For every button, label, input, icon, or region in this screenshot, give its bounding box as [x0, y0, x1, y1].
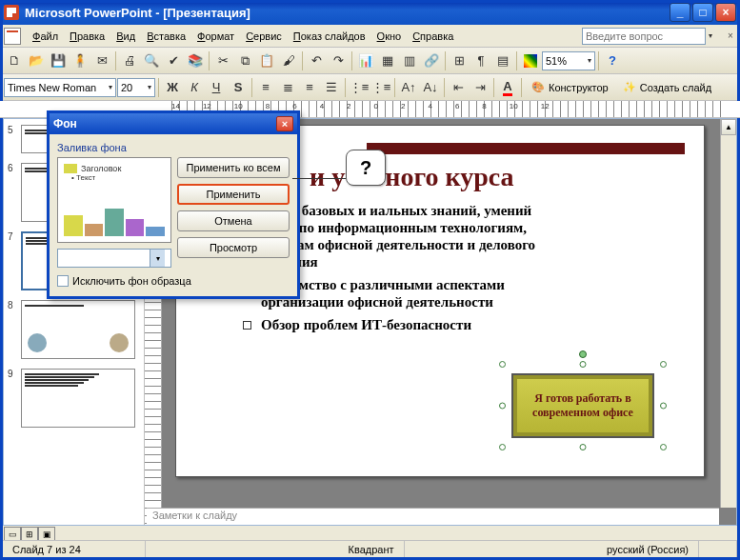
design-button[interactable]: 🎨 Конструктор: [525, 77, 615, 98]
ask-question-input[interactable]: [582, 28, 706, 45]
view-buttons: ▭ ⊞ ▣: [4, 527, 55, 541]
bullet-text: Знакомство с различными аспектами органи…: [261, 276, 537, 310]
resize-handle[interactable]: [660, 361, 667, 368]
copy-button[interactable]: ⧉: [234, 50, 255, 71]
slide-thumbnail[interactable]: [21, 300, 135, 359]
decrease-indent-button[interactable]: ⇤: [448, 77, 469, 98]
decrease-font-button[interactable]: A↓: [420, 77, 441, 98]
notes-pane[interactable]: Заметки к слайду: [147, 508, 719, 525]
resize-handle[interactable]: [660, 403, 667, 410]
exclude-master-checkbox[interactable]: [57, 275, 69, 287]
fontsize-combo[interactable]: 20▾: [117, 78, 155, 97]
align-center-button[interactable]: ≣: [277, 77, 298, 98]
resize-handle[interactable]: [580, 444, 587, 450]
distributed-button[interactable]: ☰: [321, 77, 342, 98]
font-color-button[interactable]: A: [497, 77, 518, 98]
color-button[interactable]: [520, 50, 541, 71]
callout-text: Я готов работать в современном офисе: [519, 391, 647, 420]
callout-shape[interactable]: Я готов работать в современном офисе: [502, 364, 664, 448]
slideshow-view-button[interactable]: ▣: [38, 527, 55, 541]
menu-tools[interactable]: Сервис: [240, 28, 288, 45]
tables-borders-button[interactable]: ▥: [399, 50, 420, 71]
table-button[interactable]: ▦: [377, 50, 398, 71]
italic-button[interactable]: К: [184, 77, 205, 98]
question-mark-icon: ?: [346, 150, 386, 186]
resize-handle[interactable]: [499, 361, 506, 368]
dialog-titlebar[interactable]: Фон ×: [50, 113, 297, 134]
resize-handle[interactable]: [580, 361, 587, 368]
email-button[interactable]: ✉: [91, 50, 112, 71]
resize-handle[interactable]: [660, 444, 667, 450]
bold-button[interactable]: Ж: [162, 77, 183, 98]
resize-handle[interactable]: [499, 403, 506, 410]
cancel-button[interactable]: Отмена: [177, 210, 290, 231]
scroll-up-button[interactable]: ▲: [721, 119, 736, 135]
preview-button[interactable]: 🔍: [141, 50, 162, 71]
thumb-number: 8: [8, 300, 17, 310]
shadow-button[interactable]: S: [228, 77, 249, 98]
status-language[interactable]: русский (Россия): [597, 541, 699, 557]
app-icon: [4, 5, 19, 20]
sorter-view-button[interactable]: ⊞: [21, 527, 38, 541]
maximize-button[interactable]: □: [692, 3, 713, 22]
increase-font-button[interactable]: A↑: [398, 77, 419, 98]
zoom-combo[interactable]: 51%▾: [542, 51, 595, 70]
print-button[interactable]: 🖨: [119, 50, 140, 71]
apply-all-button[interactable]: Применить ко всем: [177, 157, 290, 178]
document-icon: [4, 28, 21, 45]
menu-edit[interactable]: Правка: [64, 28, 110, 45]
help-button[interactable]: ?: [602, 50, 623, 71]
menu-insert[interactable]: Вставка: [141, 28, 191, 45]
show-formatting-button[interactable]: ¶: [470, 50, 491, 71]
close-button[interactable]: ×: [715, 3, 736, 22]
align-left-button[interactable]: ≡: [255, 77, 276, 98]
save-button[interactable]: 💾: [48, 50, 69, 71]
numbering-button[interactable]: ⋮≡: [349, 77, 370, 98]
grid-button[interactable]: ▤: [492, 50, 513, 71]
rotation-handle[interactable]: [579, 350, 587, 358]
underline-button[interactable]: Ч: [206, 77, 227, 98]
preview-button[interactable]: Просмотр: [177, 237, 290, 258]
fill-color-combo[interactable]: ▾: [57, 249, 171, 268]
doc-close-button[interactable]: ×: [723, 30, 738, 43]
new-button[interactable]: 🗋: [4, 50, 25, 71]
cut-button[interactable]: ✂: [212, 50, 233, 71]
menu-window[interactable]: Окно: [371, 28, 408, 45]
menu-view[interactable]: Вид: [110, 28, 141, 45]
slide-body[interactable]: чение базовых и иальных знаний, умений и…: [243, 202, 685, 333]
dialog-close-button[interactable]: ×: [276, 116, 293, 131]
expand-button[interactable]: ⊞: [449, 50, 470, 71]
bullets-button[interactable]: ⋮≡: [370, 77, 391, 98]
format-painter-button[interactable]: 🖌: [278, 50, 299, 71]
open-button[interactable]: 📂: [26, 50, 47, 71]
resize-handle[interactable]: [499, 444, 506, 450]
minimize-button[interactable]: _: [670, 3, 690, 22]
menu-file[interactable]: Файл: [27, 28, 64, 45]
slide-thumbnail[interactable]: [21, 369, 135, 428]
menu-slideshow[interactable]: Показ слайдов: [288, 28, 371, 45]
menu-help[interactable]: Справка: [407, 28, 459, 45]
align-right-button[interactable]: ≡: [299, 77, 320, 98]
hyperlink-button[interactable]: 🔗: [421, 50, 442, 71]
redo-button[interactable]: ↷: [328, 50, 349, 71]
vertical-scrollbar[interactable]: ▲: [720, 119, 736, 508]
menu-format[interactable]: Формат: [191, 28, 240, 45]
paste-button[interactable]: 📋: [256, 50, 277, 71]
bullet-text: чение базовых и иальных знаний, умений и…: [261, 202, 537, 270]
normal-view-button[interactable]: ▭: [4, 527, 21, 541]
standard-toolbar: 🗋 📂 💾 🧍 ✉ 🖨 🔍 ✔ 📚 ✂ ⧉ 📋 🖌 ↶ ↷ 📊 ▦ ▥ 🔗 ⊞ …: [0, 48, 740, 74]
status-template: Квадрант: [339, 541, 405, 557]
dialog-title-text: Фон: [53, 117, 77, 130]
undo-button[interactable]: ↶: [306, 50, 327, 71]
font-combo[interactable]: Times New Roman▾: [4, 78, 116, 97]
new-slide-button[interactable]: ✨ Создать слайд: [616, 77, 718, 98]
permission-button[interactable]: 🧍: [70, 50, 90, 71]
menu-bar: Файл Правка Вид Вставка Формат Сервис По…: [0, 25, 740, 48]
chart-button[interactable]: 📊: [355, 50, 376, 71]
help-tooltip: ?: [346, 150, 386, 186]
apply-button[interactable]: Применить: [177, 184, 290, 205]
spell-button[interactable]: ✔: [163, 50, 184, 71]
fill-label: Заливка фона: [57, 142, 290, 153]
research-button[interactable]: 📚: [185, 50, 206, 71]
increase-indent-button[interactable]: ⇥: [470, 77, 490, 98]
